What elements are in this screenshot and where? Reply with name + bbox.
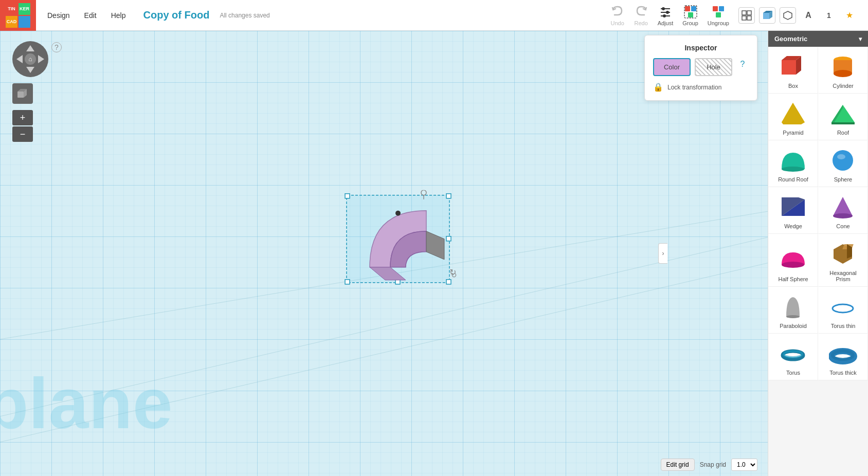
lock-icon: 🔒	[653, 82, 663, 92]
sidebar-collapse-button[interactable]: ▾	[859, 35, 862, 43]
hole-button[interactable]: Hole	[695, 58, 732, 76]
canvas-area[interactable]: plane ⌂ + −	[0, 31, 768, 476]
shape-roof[interactable]: Roof	[818, 94, 868, 140]
torus-visual	[778, 339, 809, 368]
shape-wedge[interactable]: Wedge	[768, 187, 818, 234]
svg-rect-11	[719, 6, 724, 11]
half-sphere-visual	[778, 246, 809, 274]
svg-rect-15	[742, 16, 746, 20]
menu-design[interactable]: Design	[40, 7, 77, 24]
inspector-help[interactable]: ?	[736, 58, 749, 70]
top-icons: A 1 ★	[738, 7, 858, 24]
color-button[interactable]: Color	[653, 58, 691, 76]
toolbar-right: Undo Redo Adjust	[610, 5, 868, 26]
main-area: plane ⌂ + −	[0, 31, 868, 476]
redo-button[interactable]: Redo	[634, 5, 648, 26]
nav-left-arrow[interactable]	[16, 55, 23, 63]
zoom-controls: + −	[12, 110, 48, 142]
nav-home-button[interactable]: ⌂	[25, 53, 36, 65]
shape-paraboloid[interactable]: Paraboloid	[768, 287, 818, 334]
text-tool-icon[interactable]: A	[800, 7, 817, 24]
ungroup-button[interactable]: Ungroup	[708, 5, 729, 26]
number-tool-icon[interactable]: 1	[821, 7, 837, 24]
view-cube-button[interactable]	[12, 83, 33, 104]
menu-help[interactable]: Help	[104, 7, 133, 24]
svg-marker-42	[782, 103, 805, 124]
torus-thick-visual	[828, 339, 859, 368]
zoom-in-button[interactable]: +	[12, 110, 33, 125]
group-button[interactable]: Group	[682, 5, 698, 26]
sphere-label: Sphere	[834, 176, 852, 182]
shape-round-roof[interactable]: Round Roof	[768, 140, 818, 187]
hex-prism-visual	[828, 240, 859, 268]
svg-rect-10	[713, 6, 718, 11]
topbar: TIN KER CAD Design Edit Help Copy of Foo…	[0, 0, 868, 31]
shape-torus-thick[interactable]: Torus thick	[818, 334, 868, 380]
edit-grid-button[interactable]: Edit grid	[661, 459, 695, 471]
logo-blank	[19, 16, 30, 28]
star-icon[interactable]: ★	[841, 7, 858, 24]
save-status: All changes saved	[220, 12, 269, 19]
roof-visual	[828, 99, 859, 127]
lock-label: Lock transformation	[667, 84, 721, 91]
pyramid-label: Pyramid	[783, 130, 803, 136]
nav-pad[interactable]: ⌂	[12, 41, 48, 77]
nav-up-arrow[interactable]	[26, 45, 34, 51]
svg-point-57	[786, 315, 800, 318]
svg-text:↻: ↻	[449, 268, 456, 277]
box-label: Box	[788, 83, 798, 89]
svg-point-1	[662, 7, 665, 10]
snap-select[interactable]: 1.0 0.5 2.0	[731, 459, 757, 471]
undo-button[interactable]: Undo	[610, 5, 625, 26]
torus-thick-label: Torus thick	[829, 370, 857, 376]
svg-rect-26	[345, 194, 350, 198]
grid-view-icon[interactable]	[738, 7, 755, 24]
hex-prism-label: Hexagonal Prism	[822, 270, 864, 282]
svg-marker-18	[784, 11, 792, 20]
color-hole-buttons: Color Hole ?	[653, 58, 749, 76]
right-sidebar: Geometric ▾ Box	[768, 31, 868, 476]
shape-sphere[interactable]: Sphere	[818, 140, 868, 187]
svg-point-5	[663, 14, 666, 17]
sphere-visual	[828, 146, 859, 174]
selected-shape[interactable]: ↻ ↻	[344, 190, 478, 303]
hex-view-icon[interactable]	[780, 7, 796, 24]
shape-cylinder[interactable]: Cylinder	[818, 47, 868, 94]
nav-down-arrow[interactable]	[26, 67, 34, 73]
lock-transform[interactable]: 🔒 Lock transformation	[653, 82, 749, 92]
svg-point-40	[834, 70, 852, 77]
shape-hex-prism[interactable]: Hexagonal Prism	[818, 234, 868, 287]
shape-box[interactable]: Box	[768, 47, 818, 94]
svg-rect-8	[688, 12, 693, 17]
sidebar-header: Geometric ▾	[768, 31, 868, 47]
nav-right-arrow[interactable]	[38, 55, 44, 63]
tinkercad-logo[interactable]: TIN KER CAD	[0, 0, 36, 31]
svg-point-3	[666, 11, 669, 14]
sidebar-title: Geometric	[774, 35, 807, 43]
menu-edit[interactable]: Edit	[77, 7, 104, 24]
cylinder-label: Cylinder	[833, 83, 853, 89]
3d-view-icon[interactable]	[759, 7, 775, 24]
zoom-out-button[interactable]: −	[12, 126, 33, 142]
shape-cone[interactable]: Cone	[818, 187, 868, 234]
shape-torus[interactable]: Torus	[768, 334, 818, 380]
svg-rect-24	[17, 91, 24, 98]
shape-half-sphere[interactable]: Half Sphere	[768, 234, 818, 287]
help-button[interactable]: ?	[51, 42, 62, 52]
shape-container: ↻ ↻	[344, 190, 478, 305]
svg-point-52	[833, 213, 853, 218]
svg-rect-16	[747, 16, 751, 20]
paraboloid-visual	[778, 292, 809, 321]
svg-rect-29	[446, 280, 451, 284]
collapse-sidebar-button[interactable]: ›	[658, 243, 667, 264]
inspector-title: Inspector	[653, 44, 749, 52]
roof-label: Roof	[837, 130, 849, 136]
svg-rect-14	[747, 11, 751, 15]
svg-rect-31	[446, 236, 451, 241]
adjust-button[interactable]: Adjust	[658, 5, 674, 26]
shape-torus-thin[interactable]: Torus thin	[818, 287, 868, 334]
svg-rect-45	[831, 122, 855, 124]
bottom-bar: Edit grid Snap grid 1.0 0.5 2.0	[661, 459, 757, 471]
shape-pyramid[interactable]: Pyramid	[768, 94, 818, 140]
torus-thin-label: Torus thin	[831, 323, 856, 329]
